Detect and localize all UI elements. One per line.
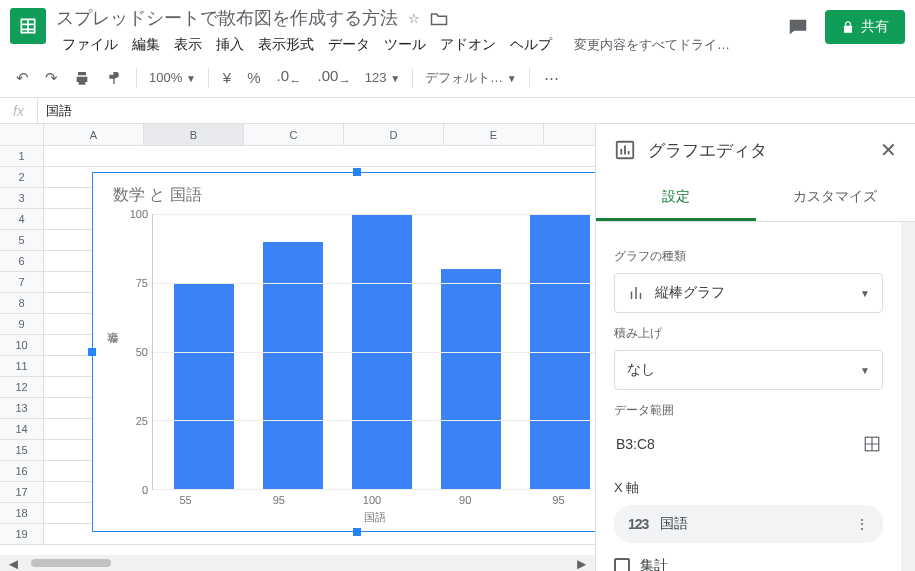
x-axis-section-label: X 軸 (614, 479, 883, 497)
aggregate-label: 集計 (640, 557, 668, 571)
chart-type-select[interactable]: 縦棒グラフ ▼ (614, 273, 883, 313)
row-header[interactable]: 2 (0, 167, 44, 188)
menu-addons[interactable]: アドオン (434, 34, 502, 56)
select-range-icon[interactable] (863, 435, 881, 453)
menu-help[interactable]: ヘルプ (504, 34, 558, 56)
stacking-select[interactable]: なし ▼ (614, 350, 883, 390)
redo-icon[interactable]: ↷ (39, 65, 64, 91)
number-type-icon: 123 (628, 516, 648, 532)
percent-button[interactable]: % (241, 65, 266, 90)
col-header[interactable]: B (144, 124, 244, 145)
more-vert-icon[interactable]: ⋮ (855, 516, 869, 532)
row-header[interactable]: 18 (0, 503, 44, 524)
menu-file[interactable]: ファイル (56, 34, 124, 56)
row-header[interactable]: 16 (0, 461, 44, 482)
chart-type-label: グラフの種類 (614, 248, 883, 265)
row-header[interactable]: 8 (0, 293, 44, 314)
chevron-down-icon: ▼ (860, 288, 870, 299)
formula-input[interactable]: 国語 (38, 102, 72, 120)
menu-edit[interactable]: 編集 (126, 34, 166, 56)
chart-object[interactable]: 数学 と 国語 数学 0255075100 55951009095 国語 (92, 172, 595, 532)
chart-type-value: 縦棒グラフ (655, 284, 725, 302)
undo-icon[interactable]: ↶ (10, 65, 35, 91)
currency-button[interactable]: ¥ (217, 65, 237, 90)
star-icon[interactable]: ☆ (408, 11, 420, 26)
x-axis-chip-value: 国語 (660, 515, 688, 533)
zoom-select[interactable]: 100% ▼ (145, 70, 200, 85)
row-header[interactable]: 15 (0, 440, 44, 461)
stacking-label: 積み上げ (614, 325, 883, 342)
row-header[interactable]: 1 (0, 146, 44, 167)
share-button-label: 共有 (861, 18, 889, 36)
tab-customize[interactable]: カスタマイズ (756, 176, 916, 221)
select-all-corner[interactable] (0, 124, 44, 145)
increase-decimal-button[interactable]: .00→ (311, 63, 356, 92)
chart-bar[interactable] (263, 242, 323, 490)
move-to-folder-icon[interactable] (430, 11, 448, 26)
col-header[interactable]: A (44, 124, 144, 145)
chart-bar[interactable] (441, 269, 501, 489)
comments-icon[interactable] (787, 16, 809, 38)
data-range-label: データ範囲 (614, 402, 883, 419)
x-axis-chip[interactable]: 123 国語 ⋮ (614, 505, 883, 543)
decrease-decimal-button[interactable]: .0← (270, 63, 307, 92)
aggregate-checkbox[interactable] (614, 558, 630, 571)
tab-setup[interactable]: 設定 (596, 176, 756, 221)
share-button[interactable]: 共有 (825, 10, 905, 44)
row-header[interactable]: 9 (0, 314, 44, 335)
row-header[interactable]: 3 (0, 188, 44, 209)
row-header[interactable]: 6 (0, 251, 44, 272)
row-header[interactable]: 5 (0, 230, 44, 251)
font-select[interactable]: デフォルト… ▼ (421, 69, 521, 87)
y-axis-label: 数学 (103, 214, 122, 490)
resize-handle[interactable] (88, 348, 96, 356)
row-header[interactable]: 17 (0, 482, 44, 503)
row-header[interactable]: 14 (0, 419, 44, 440)
data-range-value[interactable]: B3:C8 (616, 436, 655, 452)
resize-handle[interactable] (353, 528, 361, 536)
more-toolbar-icon[interactable]: ⋯ (538, 65, 565, 91)
y-tick: 50 (136, 346, 148, 358)
menu-data[interactable]: データ (322, 34, 376, 56)
paint-format-icon[interactable] (100, 66, 128, 90)
chart-bar[interactable] (174, 283, 234, 489)
chart-editor-title: グラフエディタ (648, 139, 868, 162)
close-icon[interactable]: ✕ (880, 138, 897, 162)
chevron-down-icon: ▼ (860, 365, 870, 376)
row-header[interactable]: 12 (0, 377, 44, 398)
menu-insert[interactable]: 挿入 (210, 34, 250, 56)
panel-scrollbar[interactable] (901, 222, 915, 571)
y-tick: 25 (136, 415, 148, 427)
y-tick: 100 (130, 208, 148, 220)
x-tick: 55 (139, 494, 232, 506)
print-icon[interactable] (68, 66, 96, 90)
menu-bar: ファイル 編集 表示 挿入 表示形式 データ ツール アドオン ヘルプ 変更内容… (56, 34, 787, 56)
x-tick: 95 (232, 494, 325, 506)
chart-title: 数学 と 国語 (113, 185, 595, 206)
col-header[interactable]: E (444, 124, 544, 145)
row-header[interactable]: 13 (0, 398, 44, 419)
sheets-logo (10, 8, 46, 44)
menu-format[interactable]: 表示形式 (252, 34, 320, 56)
menu-tools[interactable]: ツール (378, 34, 432, 56)
row-header[interactable]: 19 (0, 524, 44, 545)
number-format-select[interactable]: 123 ▼ (361, 70, 404, 85)
stacking-value: なし (627, 361, 655, 379)
chart-editor-icon (614, 139, 636, 161)
col-header[interactable]: D (344, 124, 444, 145)
resize-handle[interactable] (353, 168, 361, 176)
x-tick: 100 (325, 494, 418, 506)
save-status: 変更内容をすべてドライ… (568, 34, 736, 56)
x-tick: 90 (419, 494, 512, 506)
horizontal-scrollbar[interactable]: ◄ ► (0, 555, 595, 571)
row-header[interactable]: 4 (0, 209, 44, 230)
doc-title[interactable]: スプレッドシートで散布図を作成する方法 (56, 6, 398, 30)
toolbar: ↶ ↷ 100% ▼ ¥ % .0← .00→ 123 ▼ デフォルト… ▼ ⋯ (0, 58, 915, 98)
scroll-left-icon[interactable]: ◄ (0, 551, 27, 572)
row-header[interactable]: 10 (0, 335, 44, 356)
row-header[interactable]: 11 (0, 356, 44, 377)
menu-view[interactable]: 表示 (168, 34, 208, 56)
cell-grid[interactable]: 数学 と 国語 数学 0255075100 55951009095 国語 (44, 146, 595, 555)
row-header[interactable]: 7 (0, 272, 44, 293)
col-header[interactable]: C (244, 124, 344, 145)
